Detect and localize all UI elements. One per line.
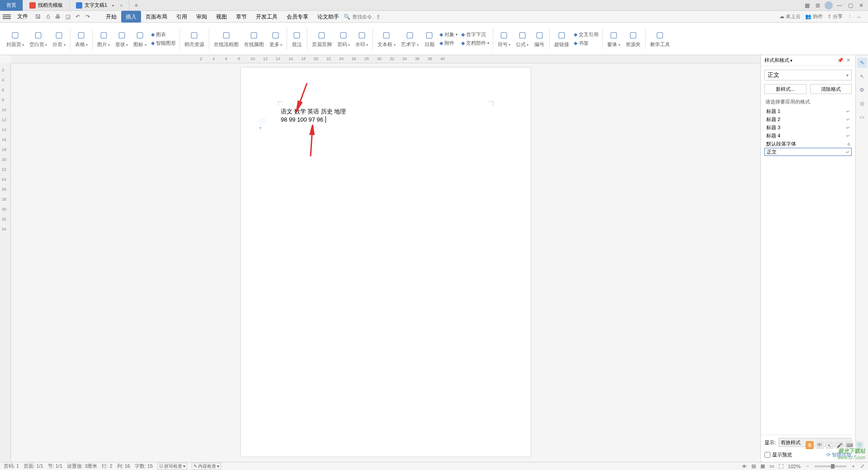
ribbon-文本框[interactable]: ▢文本框 ▾ [375,25,398,52]
ribbon-形状[interactable]: ▢形状 ▾ [113,25,131,52]
menu-tab-6[interactable]: 章节 [231,11,251,23]
tab-stocks[interactable]: 找稻壳模板 [23,0,70,11]
apps-icon[interactable]: ⊞ [814,1,822,9]
ribbon-首字下沉[interactable]: ◆ 首字下沉 [459,31,491,38]
qat-print-icon[interactable]: 🖶 [53,12,62,21]
style-item[interactable]: 标题 3↵ [764,123,852,132]
menu-tab-2[interactable]: 页面布局 [141,11,172,23]
chevron-up-icon[interactable]: ︿ [857,13,862,20]
ribbon-符号[interactable]: ▢符号 ▾ [495,25,513,52]
tab-close-icon[interactable]: × [120,3,123,8]
ribbon-对象[interactable]: ◆ 对象 ▾ [438,31,459,38]
current-style-select[interactable]: 正文▾ [764,70,852,80]
ribbon-智能图形[interactable]: ◆ 智能图形 [149,39,178,47]
ribbon-交叉引用[interactable]: ◆ 交叉引用 [572,31,600,38]
sb-section[interactable]: 节: 1/1 [48,463,62,470]
sb-zoom-slider[interactable] [815,465,846,467]
close-icon[interactable]: ✕ [857,1,865,9]
ribbon-页眉页脚[interactable]: ▢页眉页脚 [309,25,335,52]
horizontal-ruler[interactable]: 246810121416182022242628303234363840 [11,55,760,63]
menu-tab-3[interactable]: 引用 [172,11,192,23]
new-style-button[interactable]: 新样式... [764,84,807,94]
menu-tab-1[interactable]: 插入 [121,11,141,23]
ribbon-批注[interactable]: ▢批注 [289,25,305,52]
ribbon-窗体[interactable]: ▢窗体 ▾ [604,25,623,52]
qat-output-icon[interactable]: ⎙ [43,12,52,21]
sb-expand-icon[interactable]: ⤢ [860,463,864,469]
file-menu[interactable]: 文件 [14,13,32,20]
doc-line1[interactable]: 语文 数学 英语 历史 地理 [281,108,346,116]
sb-pageno[interactable]: 页码: 1 [4,463,19,470]
menu-tab-7[interactable]: 开发工具 [251,11,282,23]
sb-eye-icon[interactable]: 👁 [742,464,747,469]
new-tab-button[interactable]: + [129,1,143,9]
ribbon-编号[interactable]: ▢编号 [531,25,547,52]
sb-view1-icon[interactable]: ▤ [751,463,756,469]
ribbon-更多[interactable]: ▢更多 ▾ [267,25,285,52]
menu-tab-8[interactable]: 会员专享 [282,11,313,23]
hamburger-icon[interactable] [3,14,11,19]
minimize-icon[interactable]: — [835,1,844,9]
vt-styles-icon[interactable]: ✎ [857,58,867,68]
menu-tab-5[interactable]: 视图 [212,11,231,23]
menu-tab-9[interactable]: 论文助手 [313,11,344,23]
ribbon-书签[interactable]: ◆ 书签 [572,39,600,47]
vt-settings-icon[interactable]: ⚙ [857,85,867,95]
style-item[interactable]: 标题 1↵ [764,107,852,115]
ribbon-图片[interactable]: ▢图片 ▾ [94,25,113,52]
sb-zoom-in[interactable]: ＋ [851,463,856,470]
sb-page[interactable]: 页面: 1/1 [24,463,43,470]
style-item[interactable]: 默认段落字体a [764,140,852,148]
search-input[interactable] [352,14,379,19]
vertical-ruler[interactable]: 246810121416182022242628303234 [0,63,11,462]
ribbon-图表[interactable]: ◆ 图表 [149,31,178,38]
layout-icon[interactable]: ▦ [803,1,811,9]
ribbon-公式[interactable]: ▢公式 ▾ [513,25,531,52]
ribbon-封面页[interactable]: ▢封面页 ▾ [4,25,27,52]
qat-redo-icon[interactable]: ↷ [83,12,92,21]
ime-sogou-icon[interactable]: S [806,441,814,449]
search-area[interactable]: 🔍 [344,14,379,20]
tab-home[interactable]: 首页 [0,0,23,11]
vt-select-icon[interactable]: ↖ [857,71,867,81]
clear-format-button[interactable]: 清除格式 [810,84,852,94]
ribbon-稻壳资源[interactable]: ▢稻壳资源 [182,25,207,52]
maximize-icon[interactable]: ▢ [846,1,854,9]
sb-zoom[interactable]: 102% [788,464,801,469]
ribbon-分页[interactable]: ▢分页 ▾ [50,25,68,52]
share-button[interactable]: ⇪ 分享 [827,13,843,20]
style-item[interactable]: 标题 2↵ [764,115,852,123]
sb-spellcheck[interactable]: ☑ 拼写检查 ▾ [157,463,187,470]
sb-view2-icon[interactable]: ▦ [760,463,765,469]
preview-checkbox[interactable] [764,452,770,458]
sb-contentcheck[interactable]: ✎ 内容检查 ▾ [192,463,221,470]
sb-chars[interactable]: 字数: 15 [135,463,153,470]
document-page[interactable]: 📄▾ 语文 数学 英语 历史 地理 98 99 100 97 96 [241,68,530,456]
menu-tab-4[interactable]: 审阅 [192,11,212,23]
sb-row[interactable]: 行: 2 [102,463,112,470]
ime-lang-icon[interactable]: 中 [816,441,824,449]
more-icon[interactable]: ⋮ [847,14,852,19]
coop-button[interactable]: 👥 协作 [805,13,823,20]
ribbon-图标[interactable]: ▢图标 ▾ [131,25,149,52]
ribbon-超链接[interactable]: ▢超链接 [552,25,572,52]
ribbon-资源夹[interactable]: ▢资源夹 [623,25,643,52]
vt-location-icon[interactable]: ◎ [857,99,867,108]
vt-book-icon[interactable]: ▭ [857,112,867,122]
qat-undo-icon[interactable]: ↶ [73,12,82,21]
ime-punct-icon[interactable]: •, [826,441,834,449]
ribbon-表格[interactable]: ▢表格 ▾ [72,25,90,52]
qat-preview-icon[interactable]: ◲ [63,12,72,21]
ribbon-日期[interactable]: ▢日期 [421,25,438,52]
style-item[interactable]: 标题 4↵ [764,132,852,140]
panel-close-icon[interactable]: ✕ [845,57,852,63]
ribbon-文档部件[interactable]: ◆ 文档部件 ▾ [459,39,491,47]
ribbon-附件[interactable]: ◆ 附件 [438,39,459,47]
doc-line2[interactable]: 98 99 100 97 96 [281,116,346,124]
ribbon-教学工具[interactable]: ▢教学工具 [647,25,673,52]
qat-save-icon[interactable]: 🖫 [33,12,42,21]
avatar[interactable] [825,1,833,9]
tab-document[interactable]: 文字文稿1•× [70,0,129,11]
menu-tab-0[interactable]: 开始 [101,11,121,23]
style-item[interactable]: 正文↵ [764,148,852,156]
